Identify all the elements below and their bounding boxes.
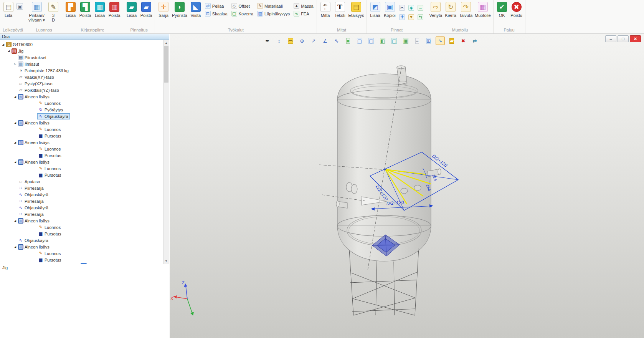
section-view-tool[interactable]: ◧: [378, 36, 387, 45]
snap-angle-tool[interactable]: ∠: [320, 36, 330, 45]
surface-offset-button[interactable]: ◈: [408, 4, 415, 12]
tree-item-aineen-lis-ys[interactable]: ◢▧Aineen lisäys: [0, 93, 163, 100]
collapse-icon[interactable]: ◢: [1, 43, 5, 46]
sheet-tool[interactable]: ≡: [413, 36, 422, 45]
paste-button[interactable]: ▤Liitä: [1, 0, 16, 18]
coating-remove-button[interactable]: ▰Poista: [139, 0, 154, 18]
tree-item-ohjausk-yr[interactable]: ∿Ohjauskäyrä: [0, 204, 163, 211]
collapse-icon[interactable]: ◢: [13, 161, 17, 164]
tree-item-luonnos[interactable]: ✎Luonnos: [0, 126, 163, 133]
tree-item-pysty-xz-taso[interactable]: ▱Pysty(XZ)-taso: [0, 80, 163, 87]
tree-item-piirresarja[interactable]: ∷Piirresarja: [0, 198, 163, 204]
deform-button[interactable]: ▦Muotoile: [474, 0, 492, 18]
tree-item-poikittais-yz-taso[interactable]: ▱Poikittais(YZ)-taso: [0, 87, 163, 93]
tree-item-ohjausk-yr[interactable]: ∿Ohjauskäyrä: [0, 191, 163, 198]
collapse-icon[interactable]: ◢: [13, 141, 17, 144]
stack-tool[interactable]: ⊞: [424, 36, 433, 45]
tree-item-aputaso[interactable]: ▱Aputaso: [0, 178, 163, 185]
fillet-button[interactable]: ◗Pyöristä: [171, 0, 188, 18]
surface-flip-button[interactable]: ⇆: [417, 13, 424, 21]
tree-item-piirresarja[interactable]: ∷Piirresarja: [0, 211, 163, 217]
swap-tool[interactable]: ⇄: [470, 36, 479, 45]
sketch-on-face-button[interactable]: ▦Pintaan/ viivaan ▾: [27, 0, 46, 22]
library-series-add-button[interactable]: ▥Lisää: [92, 0, 107, 18]
tree-item-aineen-lis-ys[interactable]: ◢▧Aineen lisäys: [0, 159, 163, 165]
fill-tool[interactable]: ▰: [447, 36, 456, 45]
surface-add-button[interactable]: ◩Lisää: [368, 0, 383, 18]
surface-trim-button[interactable]: ✂: [398, 4, 406, 12]
collapse-icon[interactable]: ◢: [13, 245, 17, 249]
mass-button[interactable]: ▲Massa: [294, 3, 313, 9]
surface-extend-button[interactable]: →: [417, 4, 424, 12]
tree-item-ohjausk-yr[interactable]: ∿Ohjauskäyrä: [0, 237, 163, 244]
tree-item-aineen-lis-ys[interactable]: ◢▧Aineen lisäys: [0, 119, 163, 126]
delete-tool[interactable]: ✖: [459, 36, 468, 45]
library-feature-remove-button[interactable]: ▜Poista: [78, 0, 92, 18]
collapse-icon[interactable]: ◢: [13, 95, 17, 98]
tree-item-py-r-ytys[interactable]: ↻Pyöräytys: [0, 106, 163, 113]
hollow-button[interactable]: ▢Koverra: [231, 11, 254, 17]
tree-item-luonnos[interactable]: ✎Luonnos: [0, 224, 163, 230]
collapse-icon[interactable]: ◢: [13, 121, 17, 124]
ok-button[interactable]: ✔OK: [495, 0, 509, 18]
offset-button[interactable]: ◇Offset: [231, 3, 250, 9]
scale-button[interactable]: ⊡Skaalaa: [205, 11, 228, 17]
minimize-button[interactable]: –: [605, 35, 616, 42]
transparency-button[interactable]: ▧Läpinäkyvyys: [257, 11, 290, 17]
pick-plane-tool[interactable]: ⇖: [332, 36, 341, 45]
exit-button[interactable]: ✖Poistu: [509, 0, 524, 18]
coating-add-button[interactable]: ▰Lisää: [124, 0, 139, 18]
collapse-icon[interactable]: ◢: [7, 50, 11, 53]
tree-item-ilmiasut[interactable]: ▷▥Ilmiasut: [0, 61, 163, 67]
surface-join-button[interactable]: ✚: [398, 13, 406, 21]
tree-item-pursotus[interactable]: ▆Pursotus: [0, 172, 163, 178]
surface-copy-button[interactable]: ▣Kopioi: [383, 0, 397, 18]
ruler-tool[interactable]: ▭: [286, 36, 295, 45]
3d-viewport[interactable]: D/2+120 D/2+120 D/2+120 22.5 22.5 X Z ✒↕…: [170, 34, 644, 338]
wireframe-view-tool[interactable]: ▢: [355, 36, 364, 45]
expand-icon[interactable]: ▷: [13, 63, 17, 66]
snap-point-tool[interactable]: ↗: [309, 36, 318, 45]
tree-item-piirresarja[interactable]: ∷Piirresarja: [0, 185, 163, 191]
tree-item-pursotus[interactable]: ▆Pursotus: [0, 133, 163, 139]
tree-item-painopiste-1257-483-kg[interactable]: ◑Painopiste 1257.483 kg: [0, 67, 163, 74]
tree-item-ohjausk-yr[interactable]: ∿Ohjauskäyrä: [0, 113, 163, 119]
text-button[interactable]: TTeksti: [333, 0, 347, 18]
twist-button[interactable]: ↻Kierrä: [443, 0, 458, 18]
collapse-icon[interactable]: ◢: [13, 219, 17, 222]
tree-item-jig[interactable]: ◢▤Jig: [0, 48, 163, 54]
chamfer-button[interactable]: ◣Viistä: [188, 0, 203, 18]
tree-item-pursotus[interactable]: ▆Pursotus: [0, 230, 163, 237]
distance-button[interactable]: ▤Etäisyys: [347, 0, 365, 18]
maximize-button[interactable]: □: [618, 35, 629, 42]
measure-tool[interactable]: ↕: [274, 36, 284, 45]
sketch-3d-button[interactable]: ✎3 D: [46, 0, 61, 22]
tree-item-aineen-lis-ys[interactable]: ◢▧Aineen lisäys: [0, 139, 163, 146]
tank-model[interactable]: [336, 66, 441, 261]
library-series-remove-button[interactable]: ▥Poista: [107, 0, 122, 18]
pattern-button[interactable]: ✛Sarja: [156, 0, 171, 18]
dimension-button[interactable]: 45↔Mitta: [318, 0, 333, 18]
tree-item-aineen-lis-ys[interactable]: ◢▧Aineen lisäys: [0, 244, 163, 250]
transparent-view-tool[interactable]: ▢: [390, 36, 399, 45]
scroll-thumb[interactable]: [164, 46, 168, 83]
tree-item-piirustukset[interactable]: ▤Piirustukset: [0, 54, 163, 61]
library-feature-add-button[interactable]: ▛Lisää: [63, 0, 78, 18]
copy-button[interactable]: ▣: [17, 3, 23, 10]
mirror-button[interactable]: ⇄Peilaa: [205, 3, 224, 9]
stretch-button[interactable]: ⇨Venytä: [428, 0, 444, 18]
3d-scene[interactable]: D/2+120 D/2+120 D/2+120 22.5 22.5 X Z: [170, 34, 644, 338]
close-button[interactable]: ✕: [630, 35, 641, 42]
tree-item-aineen-lis-ys[interactable]: ◢▧Aineen lisäys: [0, 217, 163, 224]
tree-item-luonnos[interactable]: ✎Luonnos: [0, 250, 163, 257]
tree-item-luonnos[interactable]: ✎Luonnos: [0, 146, 163, 152]
guide-curve-tool[interactable]: ∿: [436, 36, 445, 45]
tree-item-pursotus[interactable]: ▆Pursotus: [0, 257, 163, 263]
fea-button[interactable]: ∿FEA: [294, 11, 309, 17]
bend-button[interactable]: ↷Taivuta: [458, 0, 474, 18]
scroll-up-icon[interactable]: [163, 40, 169, 46]
tree-item-luonnos[interactable]: ✎Luonnos: [0, 165, 163, 172]
shaded-view-tool[interactable]: ■: [343, 36, 353, 45]
snap-rotation-tool[interactable]: ⊕: [297, 36, 307, 45]
tree-item-luonnos[interactable]: ✎Luonnos: [0, 100, 163, 106]
